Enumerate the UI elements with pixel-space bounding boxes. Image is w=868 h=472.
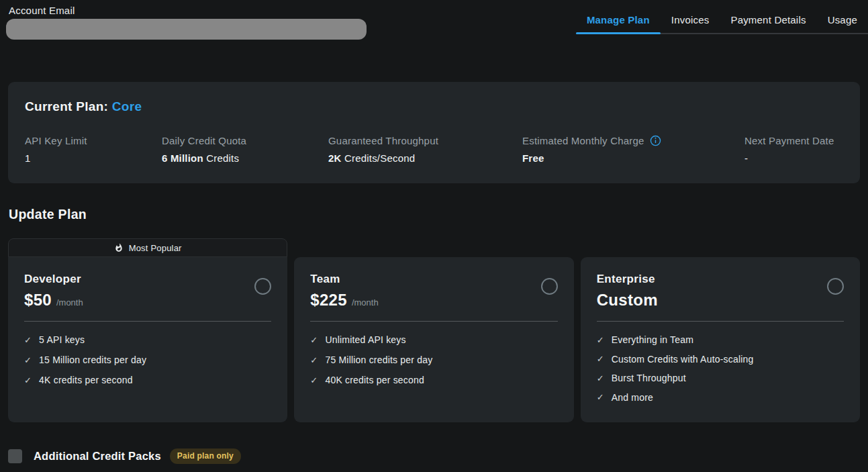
check-icon: ✓ bbox=[310, 336, 318, 344]
feature-item: ✓75 Million credits per day bbox=[310, 355, 557, 365]
feature-item: ✓Everything in Team bbox=[597, 334, 844, 345]
account-email-field[interactable] bbox=[6, 19, 367, 40]
billing-tabs: Manage Plan Invoices Payment Details Usa… bbox=[576, 9, 868, 34]
check-icon: ✓ bbox=[24, 376, 32, 385]
tab-manage-plan[interactable]: Manage Plan bbox=[576, 9, 661, 33]
stat-api-key-limit: API Key Limit 1 bbox=[25, 135, 162, 164]
account-email-label: Account Email bbox=[9, 5, 75, 16]
check-icon: ✓ bbox=[597, 374, 604, 383]
divider bbox=[310, 321, 557, 322]
plan-period: /month bbox=[352, 297, 379, 308]
plan-price: $50 bbox=[24, 291, 52, 310]
plan-period: /month bbox=[56, 297, 83, 308]
plan-card-enterprise[interactable]: Enterprise Custom ✓Everything in Team ✓C… bbox=[581, 257, 860, 422]
plan-name: Team bbox=[310, 273, 378, 286]
plan-card-developer[interactable]: Developer $50 /month ✓5 API keys ✓15 Mil… bbox=[8, 257, 287, 422]
feature-item: ✓Custom Credits with Auto-scaling bbox=[597, 354, 844, 365]
current-plan-title: Current Plan: Core bbox=[25, 99, 142, 114]
most-popular-label: Most Popular bbox=[129, 243, 182, 253]
additional-credit-packs-checkbox[interactable] bbox=[8, 449, 22, 463]
plan-features: ✓Unlimited API keys ✓75 Million credits … bbox=[310, 334, 557, 385]
check-icon: ✓ bbox=[24, 356, 32, 365]
plan-column-enterprise: Enterprise Custom ✓Everything in Team ✓C… bbox=[581, 238, 860, 422]
update-plan-title: Update Plan bbox=[9, 207, 87, 222]
info-icon[interactable] bbox=[650, 135, 661, 146]
plan-options: Most Popular Developer $50 /month ✓5 API… bbox=[8, 238, 860, 422]
flame-icon bbox=[114, 243, 124, 252]
plan-radio-enterprise[interactable] bbox=[827, 278, 844, 295]
plan-features: ✓5 API keys ✓15 Million credits per day … bbox=[24, 334, 271, 385]
additional-credit-packs-row: Additional Credit Packs Paid plan only bbox=[8, 449, 241, 464]
stat-daily-credit-quota: Daily Credit Quota 6 Million Credits bbox=[162, 135, 328, 164]
most-popular-banner: Most Popular bbox=[8, 238, 287, 257]
stat-next-payment-date: Next Payment Date - bbox=[744, 135, 843, 164]
tab-payment-details[interactable]: Payment Details bbox=[720, 9, 816, 33]
stat-guaranteed-throughput: Guaranteed Throughput 2K Credits/Second bbox=[328, 135, 522, 164]
feature-item: ✓4K credits per second bbox=[24, 375, 271, 385]
plan-card-team[interactable]: Team $225 /month ✓Unlimited API keys ✓75… bbox=[294, 257, 573, 422]
feature-item: ✓40K credits per second bbox=[310, 375, 557, 385]
divider bbox=[597, 321, 844, 322]
paid-plan-only-badge: Paid plan only bbox=[170, 449, 241, 464]
feature-item: ✓Burst Throughput bbox=[597, 373, 844, 383]
current-plan-card: Current Plan: Core API Key Limit 1 Daily… bbox=[8, 82, 860, 183]
check-icon: ✓ bbox=[310, 356, 318, 365]
plan-radio-developer[interactable] bbox=[254, 278, 271, 295]
plan-radio-team[interactable] bbox=[541, 278, 558, 295]
check-icon: ✓ bbox=[24, 336, 32, 344]
check-icon: ✓ bbox=[597, 355, 604, 363]
plan-features: ✓Everything in Team ✓Custom Credits with… bbox=[597, 334, 844, 403]
plan-name: Enterprise bbox=[597, 273, 658, 286]
feature-item: ✓Unlimited API keys bbox=[310, 334, 557, 345]
check-icon: ✓ bbox=[597, 336, 604, 344]
plan-price: $225 bbox=[310, 291, 347, 310]
current-plan-title-prefix: Current Plan: bbox=[25, 99, 108, 113]
feature-item: ✓15 Million credits per day bbox=[24, 355, 271, 365]
additional-credit-packs-label: Additional Credit Packs bbox=[34, 450, 161, 463]
plan-column-team: Team $225 /month ✓Unlimited API keys ✓75… bbox=[294, 238, 573, 422]
check-icon: ✓ bbox=[310, 376, 318, 385]
feature-item: ✓And more bbox=[597, 392, 844, 403]
check-icon: ✓ bbox=[597, 393, 604, 402]
divider bbox=[24, 321, 271, 322]
current-plan-name: Core bbox=[112, 99, 142, 113]
tab-usage[interactable]: Usage bbox=[817, 9, 868, 33]
tab-invoices[interactable]: Invoices bbox=[661, 9, 720, 33]
plan-column-developer: Most Popular Developer $50 /month ✓5 API… bbox=[8, 238, 287, 422]
stat-estimated-monthly-charge: Estimated Monthly Charge Free bbox=[522, 135, 744, 164]
plan-name: Developer bbox=[24, 273, 83, 286]
feature-item: ✓5 API keys bbox=[24, 334, 271, 345]
plan-price: Custom bbox=[597, 291, 658, 310]
current-plan-stats: API Key Limit 1 Daily Credit Quota 6 Mil… bbox=[25, 135, 843, 164]
